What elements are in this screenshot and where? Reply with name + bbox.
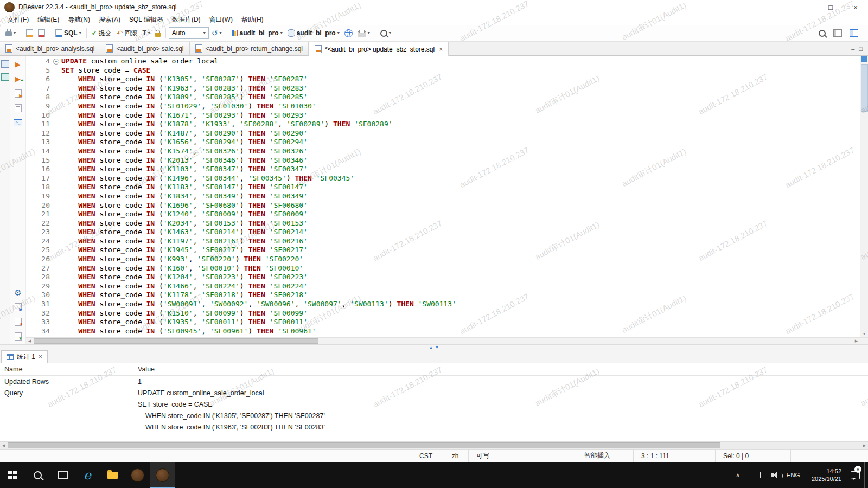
code-line[interactable]: 12 WHEN store_code IN ('K1487', 'SF00290… [26,129,860,138]
toolbar-search-button[interactable]: ▾ [378,27,393,40]
menu-item[interactable]: 帮助(H) [237,14,268,25]
transaction-log-button[interactable]: ↺ ▾ [209,27,224,40]
code-line[interactable]: 10 WHEN store_code IN ('K1671', 'SF00293… [26,111,860,120]
stats-row[interactable]: WHEN store_code IN ('K1305', 'SF00287') … [0,410,868,421]
export-result-button[interactable]: ▶ [12,302,23,312]
scroll-down-icon[interactable]: ▼ [860,330,868,337]
code-line[interactable]: 7 WHEN store_code IN ('K1963', 'SF00283'… [26,84,860,93]
code-line[interactable]: 31 WHEN store_code IN ('SW00091', 'SW000… [26,300,860,309]
code-line[interactable]: 26 WHEN store_code IN ('K993', 'SF00220'… [26,255,860,264]
taskbar-search-button[interactable] [25,462,50,488]
stats-row[interactable]: QueryUPDATE custom_online_sale_order_loc… [0,387,868,399]
connection-selector[interactable]: audit_bi_pro ▾ [230,27,285,40]
code-line[interactable]: 28 WHEN store_code IN ('K1204', 'SF00223… [26,273,860,282]
schema-selector[interactable]: audit_bi_pro ▾ [285,27,342,40]
code-line[interactable]: 4−UPDATE custom_online_sale_order_local [26,57,860,66]
stats-row[interactable]: SET store_code = CASE [0,399,868,410]
statistics-tab[interactable]: 统计 1 × [1,350,48,363]
code-line[interactable]: 16 WHEN store_code IN ('K1103', 'SF00347… [26,165,860,174]
commit-mode-combo[interactable]: Auto ▾ [169,27,209,39]
code-line[interactable]: 32 WHEN store_code IN ('K1510', 'SF00099… [26,309,860,318]
panel-scrollbar-thumb[interactable] [8,442,720,448]
scroll-right-icon[interactable]: ▶ [861,442,868,449]
menu-item[interactable]: SQL 编辑器 [125,14,168,25]
code-line[interactable]: 6 WHEN store_code IN ('K1305', 'SF00287'… [26,75,860,84]
tray-volume-button[interactable] [765,462,784,488]
open-perspective-button[interactable] [831,27,844,40]
execute-new-tab-button[interactable]: ▶ + [12,74,23,84]
menu-item[interactable]: 搜索(A) [94,14,125,25]
new-connection-button[interactable]: ▾ [3,27,18,40]
menu-item[interactable]: 编辑(E) [33,14,63,25]
editor-tab[interactable]: <audit_bi_pro> return_change.sql [190,42,309,55]
tray-expand-button[interactable]: ∧ [729,462,747,488]
minimize-button[interactable]: – [793,0,818,14]
read-only-toggle-button[interactable] [153,27,163,40]
open-sql-script-button[interactable] [24,27,35,40]
column-header-value[interactable]: Value [133,363,868,375]
quick-search-button[interactable] [816,27,828,40]
maximize-button[interactable]: □ [818,0,843,14]
editor-tab[interactable]: <audit_bi_pro> sale.sql [100,42,189,55]
open-script-file-button[interactable]: ▼ [12,331,23,341]
code-line[interactable]: 22 WHEN store_code IN ('K2034', 'SF00153… [26,219,860,228]
code-line[interactable]: 21 WHEN store_code IN ('K1240', 'SF00009… [26,210,860,219]
transaction-mode-button[interactable]: T ▾ [141,27,152,40]
show-desktop-button[interactable] [864,462,868,488]
horizontal-scrollbar[interactable]: ◀ ▶ [26,337,860,344]
editor-tab[interactable]: <audit_bi_pro> analysis.sql [0,42,100,55]
database-navigator-icon[interactable] [1,60,9,68]
code-line[interactable]: 25 WHEN store_code IN ('K1945', 'SF00217… [26,246,860,255]
commit-button[interactable]: ✓ 提交 [90,27,114,40]
stats-row[interactable]: Updated Rows1 [0,376,868,387]
taskbar-explorer-button[interactable] [100,462,125,488]
panel-sash[interactable]: ▲ ▼ [0,344,868,350]
column-header-name[interactable]: Name [0,363,133,375]
panel-horizontal-scrollbar[interactable]: ◀ ▶ [0,441,868,449]
explain-plan-button[interactable] [12,103,23,113]
dbeaver-perspective-button[interactable] [847,27,860,40]
code-line[interactable]: 14 WHEN store_code IN ('K1574', 'SF00326… [26,147,860,156]
code-line[interactable]: 33 WHEN store_code IN ('K1935', 'SF00011… [26,318,860,327]
recent-sql-button[interactable] [36,27,47,40]
code-line[interactable]: 13 WHEN store_code IN ('K1656', 'SF00294… [26,138,860,147]
menu-item[interactable]: 窗口(W) [205,14,237,25]
sql-terminal-button[interactable]: >_ [12,118,23,127]
new-sql-editor-button[interactable]: SQL ▾ [53,27,84,40]
scroll-left-icon[interactable]: ◀ [0,442,7,449]
code-line[interactable]: 30 WHEN store_code IN ('K1178', 'SF00218… [26,291,860,300]
execute-script-button[interactable]: ▶ [12,88,23,98]
task-view-button[interactable] [50,462,75,488]
code-line[interactable]: 23 WHEN store_code IN ('K1463', 'SF00214… [26,228,860,237]
code-area[interactable]: 4−UPDATE custom_online_sale_order_local5… [26,56,860,337]
editor-tab[interactable]: *<audit_bi_pro> update_sbz_store.sql× [309,42,449,56]
code-line[interactable]: 11 WHEN store_code IN ('K1878', 'K1933',… [26,120,860,129]
projects-view-icon[interactable] [1,73,9,81]
taskbar-clock[interactable]: 14:52 2025/10/21 [802,462,846,488]
vertical-scrollbar-thumb[interactable] [861,64,868,112]
code-line[interactable]: 27 WHEN store_code IN ('K160', 'SF00010'… [26,264,860,273]
code-line[interactable]: 17 WHEN store_code IN ('K1496', 'SF00344… [26,174,860,183]
fold-collapse-icon[interactable]: − [53,59,59,65]
save-script-button[interactable]: ● [12,317,23,326]
code-line[interactable]: 5SET store_code = CASE [26,66,860,75]
action-center-button[interactable]: 8 [846,462,864,488]
code-line[interactable]: 20 WHEN store_code IN ('K1696', 'SF00680… [26,201,860,210]
taskbar-dbeaver-button[interactable] [125,462,150,488]
menu-item[interactable]: 数据库(D) [168,14,205,25]
execute-statement-button[interactable]: ▶ [12,59,23,69]
taskbar-ie-button[interactable]: e [75,462,100,488]
code-line[interactable]: 9 WHEN store_code IN ('SF01029', 'SF0103… [26,102,860,111]
close-button[interactable]: × [843,0,868,14]
view-maximize-icon[interactable]: □ [859,46,863,52]
rollback-button[interactable]: ↶ 回滚 [114,27,140,40]
code-line[interactable]: 18 WHEN store_code IN ('K1183', 'SF00147… [26,183,860,192]
menu-item[interactable]: 文件(F) [3,14,33,25]
code-line[interactable]: 34 WHEN store_code IN ('SF00945', 'SF009… [26,327,860,336]
horizontal-scrollbar-thumb[interactable] [34,338,318,344]
sash-collapse-up-icon[interactable]: ▲ [429,345,433,349]
code-line[interactable]: 24 WHEN store_code IN ('K1197', 'SF00216… [26,237,860,246]
editor-settings-button[interactable]: ⚙ [12,287,23,297]
view-minimize-icon[interactable]: – [851,46,854,52]
vertical-scrollbar[interactable]: ▼ [860,56,868,337]
